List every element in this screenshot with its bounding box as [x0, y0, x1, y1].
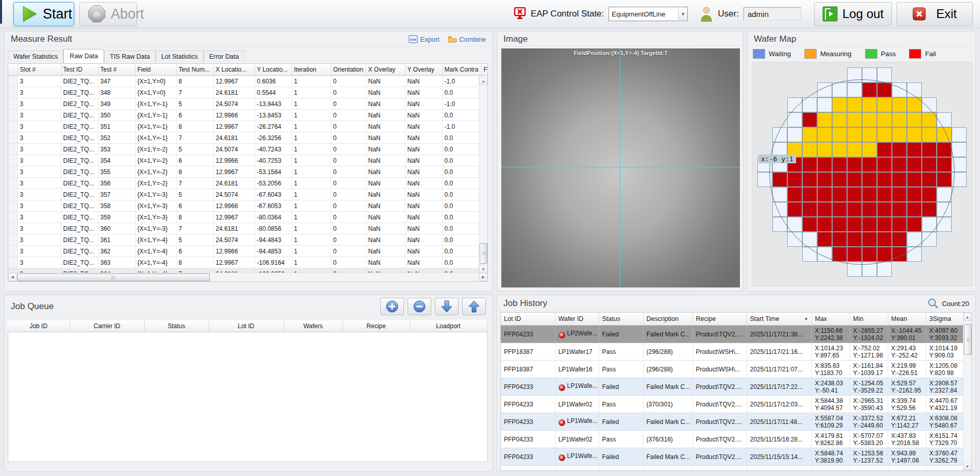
- wafer-die[interactable]: [922, 247, 937, 262]
- job-queue-column-header[interactable]: Wafers: [283, 320, 343, 332]
- wafer-die[interactable]: [817, 187, 832, 202]
- eap-state-dropdown[interactable]: EquipmentOffLine ▼: [609, 7, 688, 21]
- wafer-die[interactable]: [922, 262, 937, 277]
- wafer-die[interactable]: [757, 187, 772, 202]
- job-queue-column-header[interactable]: Lot ID: [209, 320, 283, 332]
- wafer-die[interactable]: [877, 202, 892, 217]
- measure-table-row[interactable]: 3DIE2_TQ...353{X=1,Y=-2} 524.5074-40.724…: [8, 144, 488, 155]
- measure-tab[interactable]: Raw Data: [63, 49, 104, 63]
- wafer-die[interactable]: [937, 217, 952, 232]
- measure-hscroll-thumb[interactable]: [17, 274, 210, 281]
- job-history-column-header[interactable]: Description: [643, 313, 692, 326]
- measure-table-row[interactable]: 3DIE2_TQ...356{X=1,Y=-2} 724.6181-53.205…: [8, 178, 488, 189]
- measure-column-header[interactable]: Field: [135, 64, 176, 76]
- wafer-die[interactable]: [757, 127, 772, 142]
- wafer-die[interactable]: [877, 262, 892, 277]
- wafer-die[interactable]: [862, 217, 877, 232]
- wafer-die[interactable]: [877, 82, 892, 97]
- wafer-die[interactable]: [787, 202, 802, 217]
- measure-column-header[interactable]: Test Num...: [176, 64, 213, 76]
- wafer-die[interactable]: [832, 187, 847, 202]
- wafer-die[interactable]: [862, 232, 877, 247]
- wafer-die[interactable]: [952, 202, 967, 217]
- measure-table-row[interactable]: 3DIE2_TQ...351{X=1,Y=-1} 812.9967-26.276…: [8, 121, 488, 132]
- wafer-die[interactable]: [847, 187, 862, 202]
- measure-tab[interactable]: Wafer Statistics: [8, 50, 63, 62]
- wafer-die[interactable]: [862, 202, 877, 217]
- wafer-die[interactable]: [847, 142, 862, 157]
- remove-job-button[interactable]: [408, 298, 431, 315]
- wafer-die[interactable]: [952, 262, 967, 277]
- job-history-column-header[interactable]: Start Time ▼: [747, 313, 812, 326]
- wafer-die[interactable]: [952, 157, 967, 172]
- job-history-column-header[interactable]: 3Sigma: [926, 313, 964, 326]
- job-queue-column-header[interactable]: Status: [144, 320, 209, 332]
- wafer-die[interactable]: [937, 172, 952, 187]
- job-history-row[interactable]: PFP04233 LP1Wafer02 Pass (376/316) Produ…: [501, 431, 964, 448]
- add-job-button[interactable]: [380, 298, 404, 315]
- wafer-die[interactable]: [817, 262, 832, 277]
- job-history-row[interactable]: PFP04233 ×LP2Wafe... Failed Failed Mark …: [501, 326, 964, 343]
- wafer-die[interactable]: [892, 112, 907, 127]
- wafer-die[interactable]: [772, 247, 787, 262]
- wafer-die[interactable]: [757, 112, 772, 127]
- wafer-die[interactable]: [832, 172, 847, 187]
- measure-column-header[interactable]: FO: [481, 64, 488, 76]
- wafer-die[interactable]: [802, 97, 817, 112]
- wafer-die[interactable]: [937, 127, 952, 142]
- sort-down-icon[interactable]: ▼: [804, 317, 808, 321]
- wafer-die[interactable]: [952, 247, 967, 262]
- wafer-die[interactable]: [787, 127, 802, 142]
- wafer-die[interactable]: [892, 97, 907, 112]
- wafer-die[interactable]: [922, 97, 937, 112]
- wafer-die[interactable]: [817, 82, 832, 97]
- wafer-die[interactable]: [802, 127, 817, 142]
- wafer-die[interactable]: [802, 247, 817, 262]
- wafer-die[interactable]: [787, 187, 802, 202]
- wafer-die[interactable]: [952, 232, 967, 247]
- wafer-die[interactable]: [802, 187, 817, 202]
- wafer-die[interactable]: [757, 232, 772, 247]
- wafer-die[interactable]: [832, 97, 847, 112]
- wafer-die[interactable]: [832, 202, 847, 217]
- job-history-column-header[interactable]: Lot ID: [501, 313, 555, 326]
- wafer-die[interactable]: [907, 112, 922, 127]
- wafer-die[interactable]: [802, 202, 817, 217]
- wafer-die[interactable]: [847, 157, 862, 172]
- wafer-die[interactable]: [817, 127, 832, 142]
- measure-table-row[interactable]: 3DIE2_TQ...363{X=1,Y=-4} 812.9967-106.91…: [8, 257, 488, 268]
- wafer-die[interactable]: [772, 262, 787, 277]
- wafer-die[interactable]: [817, 172, 832, 187]
- wafer-die[interactable]: [847, 112, 862, 127]
- wafer-die[interactable]: [757, 97, 772, 112]
- measure-table-row[interactable]: 3DIE2_TQ...349{X=1,Y=-1} 524.5074-13.844…: [8, 98, 488, 110]
- wafer-die[interactable]: [922, 82, 937, 97]
- wafer-die[interactable]: [862, 97, 877, 112]
- wafer-die[interactable]: [802, 232, 817, 247]
- measure-column-header[interactable]: Test ID: [61, 64, 98, 76]
- wafer-die[interactable]: [817, 97, 832, 112]
- measure-table-row[interactable]: 3DIE2_TQ...348{X=1,Y=0} 724.61810.55441 …: [8, 87, 488, 98]
- wafer-die[interactable]: [907, 262, 922, 277]
- wafer-die[interactable]: [817, 157, 832, 172]
- wafer-die[interactable]: [802, 172, 817, 187]
- wafer-die[interactable]: [922, 112, 937, 127]
- job-history-row[interactable]: PFP04233 LP1Wafer02 Pass (370/301) Produ…: [501, 396, 964, 413]
- wafer-die[interactable]: [772, 232, 787, 247]
- wafer-die[interactable]: [817, 67, 832, 82]
- wafer-die[interactable]: [952, 127, 967, 142]
- wafer-die[interactable]: [832, 232, 847, 247]
- wafer-die[interactable]: [907, 142, 922, 157]
- wafer-die[interactable]: [772, 67, 787, 82]
- wafer-die[interactable]: [922, 67, 937, 82]
- wafer-die[interactable]: [937, 82, 952, 97]
- wafer-die[interactable]: [817, 247, 832, 262]
- wafer-die[interactable]: [802, 157, 817, 172]
- wafer-die[interactable]: [817, 142, 832, 157]
- wafer-die[interactable]: [802, 142, 817, 157]
- job-history-row[interactable]: PFP04233 ×LP1Wafe... Failed Failed Mark …: [501, 378, 964, 396]
- scroll-down-icon[interactable]: ▼: [479, 265, 487, 273]
- measure-table-row[interactable]: 3DIE2_TQ...361{X=1,Y=-4} 524.5074-94.484…: [8, 234, 488, 246]
- export-link[interactable]: csv Export: [409, 35, 440, 43]
- wafer-die[interactable]: [892, 142, 907, 157]
